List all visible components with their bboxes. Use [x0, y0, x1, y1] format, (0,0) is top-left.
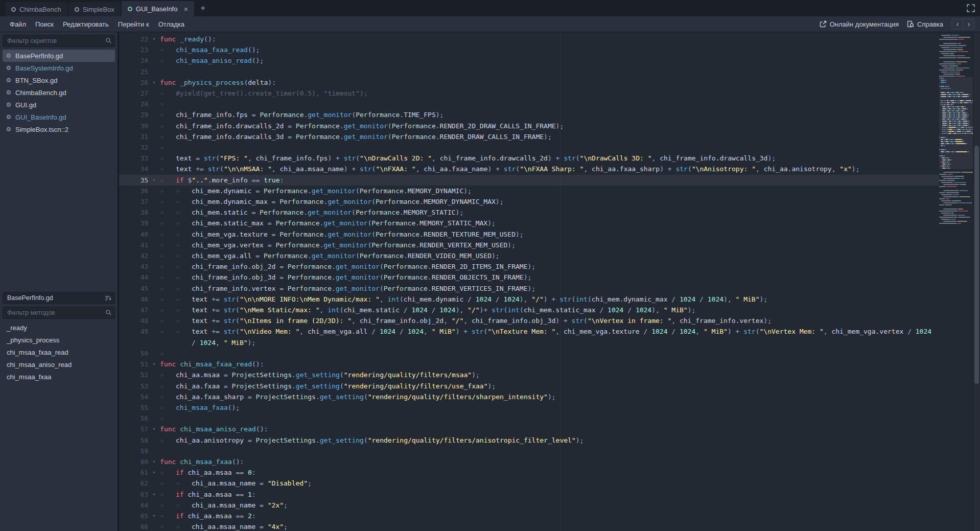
fold-icon[interactable]: ▾ [148, 467, 160, 478]
line-number[interactable]: 58 [119, 435, 148, 446]
method-item[interactable]: _ready [3, 321, 115, 334]
code-area[interactable]: 22▾func _ready():23»chi_msaa_fxaa_read()… [119, 32, 939, 531]
method-filter-input[interactable] [3, 307, 115, 319]
line-number[interactable]: 44 [119, 272, 148, 283]
script-filter-input[interactable] [3, 35, 115, 47]
line-number[interactable]: 55 [119, 402, 148, 413]
code-line[interactable]: 51▾func chi_msaa_fxaa_read(): [119, 359, 939, 370]
line-number[interactable]: 35 [119, 175, 148, 186]
line-number[interactable]: 40 [119, 229, 148, 240]
line-number[interactable]: 47 [119, 305, 148, 315]
line-number[interactable]: 22 [119, 34, 148, 44]
code-line[interactable]: 26▾func _physics_process(delta): [119, 77, 939, 88]
line-number[interactable]: 32 [119, 142, 148, 153]
code-line[interactable]: 64»»chi_aa.msaa_name = "2x"; [119, 500, 939, 511]
menu-item[interactable]: Редактировать [58, 18, 113, 30]
scene-tab[interactable]: SimpleBox [68, 2, 121, 16]
line-number[interactable]: 42 [119, 250, 148, 261]
line-number[interactable]: 52 [119, 370, 148, 380]
code-line[interactable]: 59 [119, 446, 939, 456]
code-line[interactable]: 35▾»if $"..".more_info == true: [119, 175, 939, 186]
close-tab-icon[interactable]: × [183, 5, 188, 13]
line-number[interactable]: 62 [119, 478, 148, 489]
line-number[interactable]: 29 [119, 109, 148, 120]
code-line[interactable]: 56» [119, 413, 939, 424]
line-number[interactable]: 23 [119, 44, 148, 55]
code-line[interactable]: 61▾»if chi_aa.msaa == 0: [119, 467, 939, 478]
line-number[interactable]: 45 [119, 283, 148, 294]
line-number[interactable]: 43 [119, 261, 148, 272]
code-line[interactable]: 37»»chi_mem.dynamic_max = Performance.ge… [119, 196, 939, 207]
code-line[interactable]: 52»chi_aa.msaa = ProjectSettings.get_set… [119, 370, 939, 380]
code-line[interactable]: 39»»chi_mem.static_max = Performance.get… [119, 218, 939, 228]
code-line[interactable]: 63▾»if chi_aa.msaa == 1: [119, 489, 939, 500]
line-number[interactable]: 26 [119, 77, 148, 88]
line-number[interactable]: 51 [119, 359, 148, 370]
script-item[interactable]: ⚙GUI.gd [3, 99, 115, 111]
code-line[interactable]: 30»chi_frame_info.drawcalls_2d = Perform… [119, 121, 939, 131]
minimap[interactable] [939, 32, 973, 531]
code-line[interactable]: 28» [119, 99, 939, 109]
fold-icon[interactable]: ▾ [148, 77, 160, 88]
code-line[interactable]: 34»text += str("\n\nMSAA: ", chi_aa.msaa… [119, 164, 939, 174]
fold-icon[interactable]: ▾ [148, 175, 160, 186]
menu-item[interactable]: Поиск [31, 18, 58, 30]
fold-icon[interactable]: ▾ [148, 489, 160, 500]
menu-item[interactable]: Отладка [154, 18, 189, 30]
code-line[interactable]: 32» [119, 142, 939, 153]
line-number[interactable]: 37 [119, 196, 148, 207]
code-line[interactable]: 41»»chi_mem_vga.vertex = Performance.get… [119, 240, 939, 250]
code-line[interactable]: 60▾func chi_msaa_fxaa(): [119, 456, 939, 467]
code-line[interactable]: 54»chi_aa.fxaa_sharp = ProjectSettings.g… [119, 391, 939, 402]
line-number[interactable]: 39 [119, 218, 148, 228]
line-number[interactable]: 24 [119, 55, 148, 66]
line-number[interactable]: 25 [119, 66, 148, 77]
code-line[interactable]: 48»»text += str("\nItems in frame (2D/3D… [119, 315, 939, 326]
script-history-back-button[interactable]: ‹ [952, 19, 963, 29]
code-line[interactable]: 53»chi_aa.fxaa = ProjectSettings.get_set… [119, 381, 939, 391]
code-line[interactable]: 27»#yield(get_tree().create_timer(0.5), … [119, 88, 939, 99]
vertical-scrollbar[interactable] [973, 32, 980, 531]
sort-methods-button[interactable] [103, 293, 112, 303]
line-number[interactable]: 36 [119, 186, 148, 196]
line-number[interactable]: 38 [119, 207, 148, 218]
code-line[interactable]: 38»»chi_mem.static = Performance.get_mon… [119, 207, 939, 218]
method-item[interactable]: chi_msaa_fxaa [3, 371, 115, 383]
line-number[interactable]: 57 [119, 424, 148, 434]
distraction-free-button[interactable] [967, 4, 975, 12]
method-item[interactable]: _physics_process [3, 334, 115, 346]
code-line[interactable]: 62»»chi_aa.msaa_name = "Disabled"; [119, 478, 939, 489]
code-line[interactable]: 55»chi_msaa_fxaa(); [119, 402, 939, 413]
line-number[interactable]: 66 [119, 521, 148, 531]
scene-tab[interactable]: GUI_BaseInfo× [122, 1, 194, 16]
line-number[interactable]: 33 [119, 153, 148, 164]
code-line[interactable]: 40»»chi_mem_vga.texture = Performance.ge… [119, 229, 939, 240]
script-item[interactable]: ⚙ChimbaBench.gd [3, 86, 115, 99]
fold-icon[interactable]: ▾ [148, 456, 160, 467]
script-item[interactable]: ⚙BTN_SBox.gd [3, 74, 115, 86]
code-line[interactable]: 33»text = str("FPS: ", chi_frame_info.fp… [119, 153, 939, 164]
code-line[interactable]: 22▾func _ready(): [119, 34, 939, 44]
code-line[interactable]: 29»chi_frame_info.fps = Performance.get_… [119, 109, 939, 120]
method-item[interactable]: chi_msaa_aniso_read [3, 358, 115, 371]
line-number[interactable]: 65 [119, 511, 148, 521]
line-number[interactable]: 34 [119, 164, 148, 174]
fold-icon[interactable]: ▾ [148, 34, 160, 44]
code-line[interactable]: 57▾func chi_msaa_aniso_read(): [119, 424, 939, 434]
line-number[interactable]: 48 [119, 315, 148, 326]
line-number[interactable]: 49 [119, 326, 148, 337]
menu-item[interactable]: Перейти к [113, 18, 154, 30]
line-number[interactable]: 64 [119, 500, 148, 511]
line-number[interactable]: 31 [119, 131, 148, 142]
code-line[interactable]: 47»»text += str("\nMem Static/max: ", in… [119, 305, 939, 315]
code-line[interactable]: 31»chi_frame_info.drawcalls_3d = Perform… [119, 131, 939, 142]
code-line[interactable]: 43»»chi_frame_info.obj_2d = Performance.… [119, 261, 939, 272]
line-number[interactable]: 61 [119, 467, 148, 478]
code-line[interactable]: 36»»chi_mem.dynamic = Performance.get_mo… [119, 186, 939, 196]
code-line[interactable]: 44»»chi_frame_info.obj_3d = Performance.… [119, 272, 939, 283]
script-item[interactable]: ⚙SimpleBox.tscn::2 [3, 123, 115, 135]
line-number[interactable]: 56 [119, 413, 148, 424]
online-docs-button[interactable]: Онлайн документация [820, 20, 899, 28]
code-line[interactable]: 50» [119, 348, 939, 359]
code-line[interactable]: 58»chi_aa.anisotropy = ProjectSettings.g… [119, 435, 939, 446]
